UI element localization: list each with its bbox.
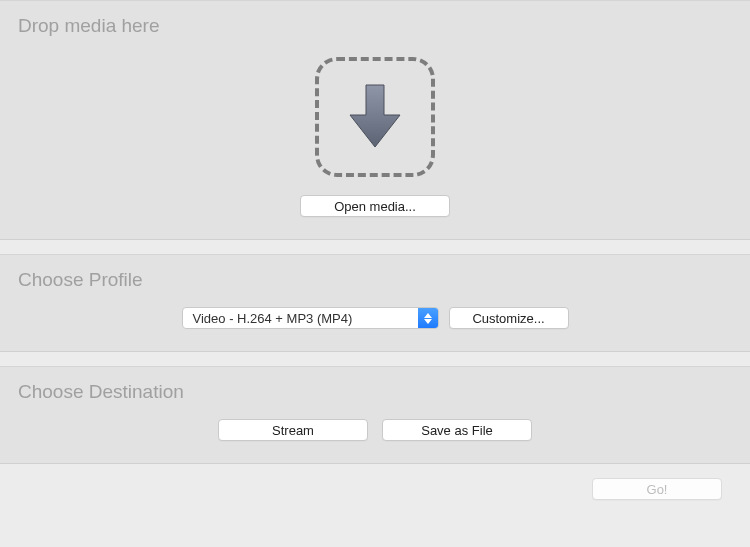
choose-destination-title: Choose Destination (18, 381, 732, 403)
footer-row: Go! (0, 478, 750, 500)
updown-chevron-icon (418, 308, 438, 328)
stream-label: Stream (272, 423, 314, 438)
download-arrow-icon (346, 81, 404, 154)
drop-media-panel[interactable]: Drop media here Open media... (0, 0, 750, 240)
drop-zone[interactable]: Open media... (300, 57, 450, 217)
open-media-button[interactable]: Open media... (300, 195, 450, 217)
choose-destination-panel: Choose Destination Stream Save as File (0, 366, 750, 464)
open-media-label: Open media... (334, 199, 416, 214)
choose-profile-panel: Choose Profile Video - H.264 + MP3 (MP4)… (0, 254, 750, 352)
go-label: Go! (647, 482, 668, 497)
drop-zone-box[interactable] (315, 57, 435, 177)
drop-media-title: Drop media here (18, 15, 732, 37)
stream-button[interactable]: Stream (218, 419, 368, 441)
customize-label: Customize... (472, 311, 544, 326)
save-as-file-label: Save as File (421, 423, 493, 438)
go-button[interactable]: Go! (592, 478, 722, 500)
customize-button[interactable]: Customize... (449, 307, 569, 329)
profile-select-value: Video - H.264 + MP3 (MP4) (183, 308, 418, 328)
save-as-file-button[interactable]: Save as File (382, 419, 532, 441)
profile-select[interactable]: Video - H.264 + MP3 (MP4) (182, 307, 439, 329)
choose-profile-title: Choose Profile (18, 269, 732, 291)
